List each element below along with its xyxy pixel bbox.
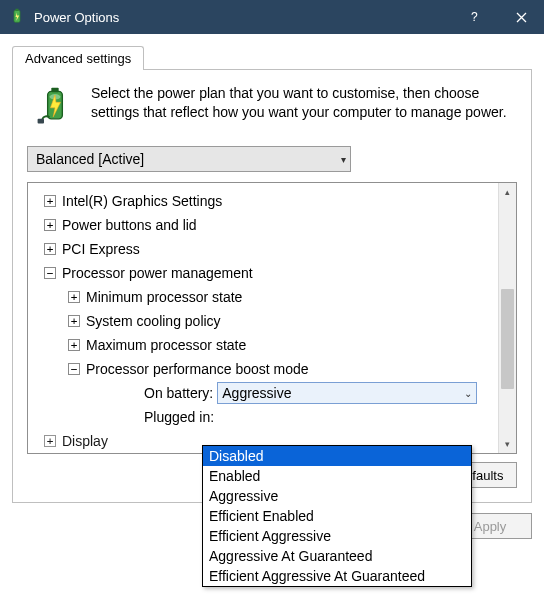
expand-icon[interactable]: + [68,291,80,303]
scroll-down-icon[interactable]: ▾ [499,435,516,453]
dropdown-option[interactable]: Efficient Aggressive At Guaranteed [203,566,471,586]
tree-label: Processor power management [62,265,253,281]
svg-rect-1 [16,9,19,11]
svg-text:?: ? [471,11,478,23]
chevron-down-icon: ▾ [341,154,346,165]
on-battery-value: Aggressive [222,385,291,401]
dropdown-option[interactable]: Enabled [203,466,471,486]
tab-panel: Select the power plan that you want to c… [12,69,532,503]
tree-item-cooling-policy[interactable]: + System cooling policy [34,309,494,333]
close-button[interactable] [498,0,544,34]
expand-icon[interactable]: + [44,243,56,255]
intro-text: Select the power plan that you want to c… [91,84,517,122]
tree-label: Intel(R) Graphics Settings [62,193,222,209]
collapse-icon[interactable]: − [44,267,56,279]
power-plan-selected: Balanced [Active] [36,151,144,167]
tree-label: PCI Express [62,241,140,257]
setting-key: On battery: [144,385,213,401]
tree-label: Processor performance boost mode [86,361,309,377]
setting-plugged-in[interactable]: Plugged in: [34,405,494,429]
expand-icon[interactable]: + [68,315,80,327]
help-button[interactable]: ? [452,0,498,34]
dropdown-option[interactable]: Aggressive At Guaranteed [203,546,471,566]
tree-item-max-processor[interactable]: + Maximum processor state [34,333,494,357]
tree-label: Display [62,433,108,449]
expand-icon[interactable]: + [44,435,56,447]
tree-item-graphics[interactable]: + Intel(R) Graphics Settings [34,189,494,213]
tree-label: System cooling policy [86,313,221,329]
collapse-icon[interactable]: − [68,363,80,375]
dropdown-option[interactable]: Efficient Aggressive [203,526,471,546]
setting-on-battery[interactable]: On battery: Aggressive ⌄ [34,381,494,405]
tab-strip: Advanced settings [12,44,532,70]
on-battery-value-combo[interactable]: Aggressive ⌄ [217,382,477,404]
tree-item-pci-express[interactable]: + PCI Express [34,237,494,261]
tree-item-boost-mode[interactable]: − Processor performance boost mode [34,357,494,381]
tab-advanced-settings[interactable]: Advanced settings [12,46,144,70]
scroll-thumb[interactable] [501,289,514,389]
settings-tree: + Intel(R) Graphics Settings + Power but… [27,182,517,454]
tree-label: Maximum processor state [86,337,246,353]
boost-mode-dropdown[interactable]: DisabledEnabledAggressiveEfficient Enabl… [202,445,472,587]
scroll-track[interactable] [499,201,516,435]
dropdown-option[interactable]: Disabled [203,446,471,466]
expand-icon[interactable]: + [44,195,56,207]
title-bar[interactable]: Power Options ? [0,0,544,34]
tree-item-processor-power[interactable]: − Processor power management [34,261,494,285]
intro-row: Select the power plan that you want to c… [27,84,517,128]
svg-rect-4 [51,88,58,93]
window-title: Power Options [34,10,119,25]
svg-rect-6 [38,119,44,124]
battery-power-icon [33,84,77,128]
chevron-down-icon: ⌄ [464,388,472,399]
expand-icon[interactable]: + [68,339,80,351]
power-plan-select[interactable]: Balanced [Active] ▾ [27,146,351,172]
power-options-icon [8,8,26,26]
setting-key: Plugged in: [144,409,214,425]
tree-label: Minimum processor state [86,289,242,305]
tree-label: Power buttons and lid [62,217,197,233]
expand-icon[interactable]: + [44,219,56,231]
dropdown-option[interactable]: Efficient Enabled [203,506,471,526]
scroll-up-icon[interactable]: ▴ [499,183,516,201]
tree-item-min-processor[interactable]: + Minimum processor state [34,285,494,309]
dropdown-option[interactable]: Aggressive [203,486,471,506]
tree-scrollbar[interactable]: ▴ ▾ [498,183,516,453]
tree-item-power-buttons[interactable]: + Power buttons and lid [34,213,494,237]
